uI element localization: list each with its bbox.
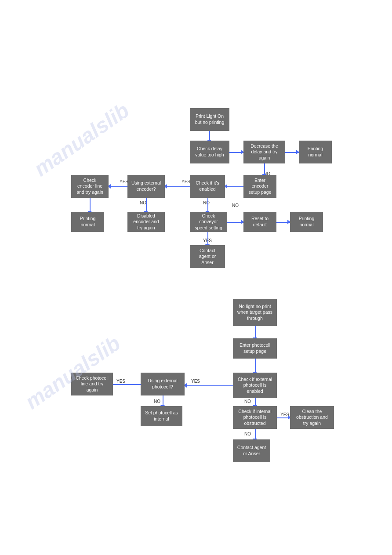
label-yes-b6: YES — [181, 179, 190, 184]
label-no-b6: NO — [203, 200, 210, 205]
arrow-b5-b6 — [225, 186, 243, 187]
box-enter-encoder-setup: Enter encoder setup page — [243, 175, 276, 198]
box-set-photocell-internal: Set photocell as internal — [141, 406, 182, 426]
box-enter-photocell-setup: Enter photocell setup page — [233, 338, 277, 359]
label-no-c7: NO — [244, 432, 251, 436]
box-using-external-encoder: Using external encoder? — [127, 175, 165, 198]
label-no-c4: NO — [154, 399, 160, 404]
arrow-c4-c5 — [109, 384, 141, 385]
label-yes-c4: YES — [116, 379, 125, 384]
arrow-b11-b14 — [207, 232, 208, 245]
box-print-light-on: Print Light On but no printing — [190, 108, 229, 131]
box-printing-normal-3: Printing normal — [290, 212, 323, 232]
box-contact-agent-1: Contact agent or Anser — [190, 245, 225, 268]
arrow-b1-b2 — [209, 131, 210, 141]
box-check-external-photocell: Check if external photocell is enabled — [233, 373, 277, 398]
arrow-c1-c2 — [255, 326, 256, 338]
box-no-light-no-print: No light no print when target pass throu… — [233, 299, 277, 326]
label-no-b7: NO — [140, 200, 146, 205]
box-using-external-photocell: Using external photocell? — [141, 373, 185, 395]
flowchart-container: manualslib manualslib Print Light On but… — [0, 0, 392, 555]
box-check-enabled: Check if it's enabled — [190, 175, 225, 198]
arrow-ng-down — [264, 163, 265, 175]
arrow-c7-c9 — [255, 429, 256, 439]
box-reset-default: Reset to default — [243, 212, 276, 232]
label-no-c3: NO — [244, 399, 251, 404]
arrow-b8-b9 — [90, 198, 91, 212]
box-check-photocell-line: Check photocell line and try again — [71, 373, 113, 395]
arrow-b6-b7 — [165, 186, 190, 187]
arrow-c2-c3 — [255, 359, 256, 373]
box-decrease-delay: Decrease the delay and try again — [243, 141, 285, 163]
box-clean-obstruction: Clean the obstruction and try again — [290, 406, 334, 429]
box-contact-agent-2: Contact agent or Anser — [233, 439, 270, 462]
arrow-c3-c4 — [185, 385, 233, 386]
watermark-1: manualslib — [29, 98, 134, 181]
box-printing-normal-1: Printing normal — [299, 141, 332, 163]
box-printing-normal-2: Printing normal — [71, 212, 104, 232]
box-disabled-encoder: Disabled encoder and try again — [127, 212, 165, 232]
box-check-encoder-line: Check encoder line and try again — [71, 175, 109, 198]
arrow-b7-b8 — [109, 186, 127, 187]
box-check-delay: Check delay value too high — [190, 141, 229, 163]
box-check-conveyor-speed: Check conveyor speed setting — [190, 212, 227, 232]
label-no-b11: NO — [232, 203, 239, 208]
box-check-internal-photocell: Check if internal photocell is obstructe… — [233, 406, 277, 429]
arrow-b7-b10 — [146, 198, 147, 212]
label-yes-b7: YES — [120, 179, 128, 184]
arrow-c4-c6 — [163, 395, 163, 406]
arrow-b6-b11 — [207, 198, 208, 212]
label-yes-c3: YES — [191, 379, 200, 384]
